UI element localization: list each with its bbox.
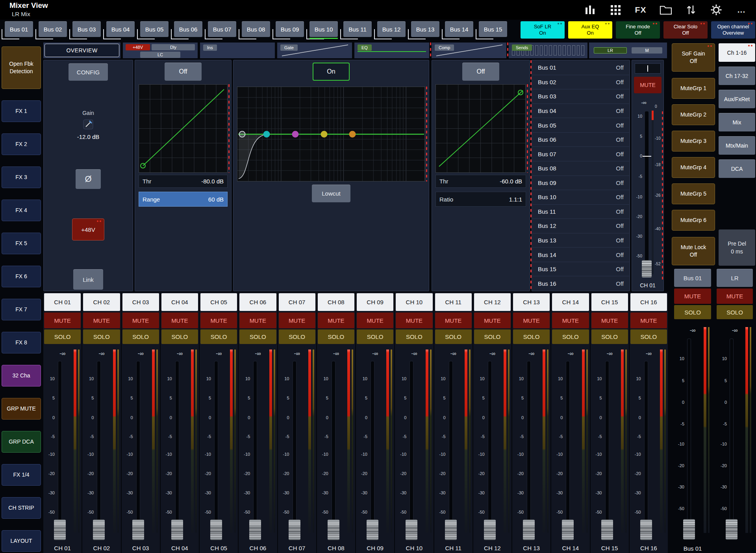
channel-mute-button[interactable]: MUTE	[591, 313, 628, 328]
bus-tab-bus-12[interactable]: Bus 12	[377, 21, 406, 37]
channel-select-button[interactable]: CH 03	[122, 293, 159, 311]
comp-threshold-row[interactable]: Thr -60.0 dB	[435, 175, 526, 188]
send-row-bus-12[interactable]: Bus 12Off	[532, 219, 629, 233]
fader-track[interactable]	[58, 361, 61, 532]
fader-track[interactable]	[527, 361, 530, 532]
ministrip-fader[interactable]: 1050-5-10-20-30-500-10-18-26-40-52	[632, 110, 663, 281]
channel-solo-button[interactable]: SOLO	[318, 329, 354, 344]
sidebar-fx-8-button[interactable]: FX 8	[2, 332, 41, 353]
comp-on-off-button[interactable]: Off	[462, 63, 499, 81]
channel-fader[interactable]: 1050-5-10-20-30-50	[43, 358, 82, 544]
sidebar-grp-dca-button[interactable]: GRP DCA	[2, 431, 41, 453]
gate-on-off-button[interactable]: Off	[165, 63, 202, 81]
send-row-bus-03[interactable]: Bus 03Off	[532, 89, 629, 104]
fader-handle[interactable]	[726, 519, 737, 540]
fader-track[interactable]	[371, 361, 374, 532]
fader-handle[interactable]	[132, 520, 144, 540]
send-row-bus-13[interactable]: Bus 13Off	[532, 233, 629, 248]
fader-handle[interactable]	[445, 520, 457, 540]
channel-mute-button[interactable]: MUTE	[161, 313, 198, 328]
fader-track[interactable]	[566, 361, 569, 532]
channel-fader[interactable]: 1050-5-10-20-30-50	[317, 358, 355, 544]
bus-tab-bus-09[interactable]: Bus 09	[276, 21, 304, 37]
eq-curve-graph[interactable]	[237, 87, 425, 181]
gain-edit-icon[interactable]	[83, 119, 93, 129]
master-select-button[interactable]: LR	[717, 269, 753, 287]
master-mute-button[interactable]: MUTE	[717, 289, 753, 304]
master-mute-button[interactable]: MUTE	[674, 289, 711, 304]
channel-select-button[interactable]: CH 06	[239, 293, 276, 311]
channel-select-button[interactable]: CH 10	[396, 293, 432, 311]
send-row-bus-09[interactable]: Bus 09Off	[532, 176, 629, 190]
channel-solo-button[interactable]: SOLO	[279, 329, 315, 344]
channel-fader[interactable]: 1050-5-10-20-30-50	[591, 358, 629, 544]
gate-threshold-row[interactable]: Thr -80.0 dB	[139, 175, 228, 188]
eq-on-off-button[interactable]: On	[313, 63, 350, 81]
channel-fader[interactable]: 1050-5-10-20-30-50	[278, 358, 316, 544]
fader-handle[interactable]	[523, 520, 535, 540]
channel-mute-button[interactable]: MUTE	[83, 313, 120, 328]
sidebar-fx-1-button[interactable]: FX 1	[2, 100, 41, 122]
channel-mute-button[interactable]: MUTE	[474, 313, 511, 328]
fader-handle[interactable]	[640, 520, 652, 540]
channel-mute-button[interactable]: MUTE	[318, 313, 354, 328]
channel-select-button[interactable]: CH 14	[552, 293, 589, 311]
sidebar-fx-5-button[interactable]: FX 5	[2, 233, 41, 254]
channel-fader[interactable]: 1050-5-10-20-30-50	[630, 358, 668, 544]
phase-invert-button[interactable]: Ø	[76, 169, 101, 189]
fader-track[interactable]	[730, 339, 733, 532]
fader-handle[interactable]	[289, 520, 300, 540]
fader-track[interactable]	[410, 361, 413, 532]
fader-handle[interactable]	[367, 520, 378, 540]
channel-mute-button[interactable]: MUTE	[200, 313, 237, 328]
phantom-power-button[interactable]: +48V	[72, 218, 104, 240]
channel-fader[interactable]: 1050-5-10-20-30-50	[434, 358, 472, 544]
send-row-bus-05[interactable]: Bus 05Off	[532, 118, 629, 133]
sidebar-fx-6-button[interactable]: FX 6	[2, 266, 41, 287]
header-main-assign-section[interactable]: LR M	[589, 43, 667, 58]
fader-handle[interactable]	[210, 520, 222, 540]
send-row-bus-15[interactable]: Bus 15Off	[532, 262, 629, 277]
send-row-bus-10[interactable]: Bus 10Off	[532, 190, 629, 205]
channel-select-button[interactable]: CH 11	[435, 293, 472, 311]
settings-gear-icon[interactable]	[708, 2, 724, 17]
fader-handle[interactable]	[601, 520, 613, 540]
fader-track[interactable]	[332, 361, 335, 532]
channel-mute-button[interactable]: MUTE	[239, 313, 276, 328]
channel-solo-button[interactable]: SOLO	[630, 329, 667, 344]
sidebar-32-cha-button[interactable]: 32 Cha	[2, 365, 41, 387]
header-insert-section[interactable]: Ins	[200, 43, 275, 58]
clear-solo-button[interactable]: Clear SoloOff	[663, 21, 708, 39]
channel-solo-button[interactable]: SOLO	[83, 329, 120, 344]
send-row-bus-06[interactable]: Bus 06Off	[532, 133, 629, 147]
channel-fader[interactable]: 1050-5-10-20-30-50	[512, 358, 550, 544]
fader-track[interactable]	[97, 361, 100, 532]
bus-tab-bus-11[interactable]: Bus 11	[343, 21, 372, 37]
fx-button[interactable]: FX	[632, 2, 649, 17]
sidebar-ch-strip-button[interactable]: CH STRIP	[2, 497, 41, 519]
pan-control[interactable]	[635, 63, 661, 74]
master-fader[interactable]: 1050-5-10-20-30-50	[674, 336, 711, 544]
fader-track[interactable]	[606, 361, 609, 532]
bus-tab-bus-10[interactable]: Bus 10	[309, 21, 338, 37]
channel-mute-button[interactable]: MUTE	[630, 313, 667, 328]
channel-solo-button[interactable]: SOLO	[44, 329, 81, 344]
sort-arrows-icon[interactable]	[683, 2, 699, 17]
ministrip-mute-button[interactable]: MUTE	[634, 77, 662, 93]
channel-select-button[interactable]: CH 09	[357, 293, 393, 311]
channel-select-button[interactable]: CH 08	[318, 293, 354, 311]
comp-transfer-graph[interactable]	[435, 84, 526, 173]
send-row-bus-08[interactable]: Bus 08Off	[532, 161, 629, 176]
gate-transfer-graph[interactable]	[139, 84, 228, 173]
channel-fader[interactable]: 1050-5-10-20-30-50	[122, 358, 160, 544]
channel-fader[interactable]: 1050-5-10-20-30-50	[239, 358, 277, 544]
bus-tab-bus-03[interactable]: Bus 03	[72, 21, 101, 37]
fader-handle[interactable]	[328, 520, 339, 540]
master-select-button[interactable]: Bus 01	[674, 269, 711, 287]
stereo-link-button[interactable]: Link	[73, 269, 103, 290]
bus-tab-bus-05[interactable]: Bus 05	[140, 21, 169, 37]
channel-mute-button[interactable]: MUTE	[44, 313, 81, 328]
sidebar-fx-2-button[interactable]: FX 2	[2, 133, 41, 155]
channel-fader[interactable]: 1050-5-10-20-30-50	[200, 358, 238, 544]
master-solo-button[interactable]: SOLO	[717, 305, 753, 319]
